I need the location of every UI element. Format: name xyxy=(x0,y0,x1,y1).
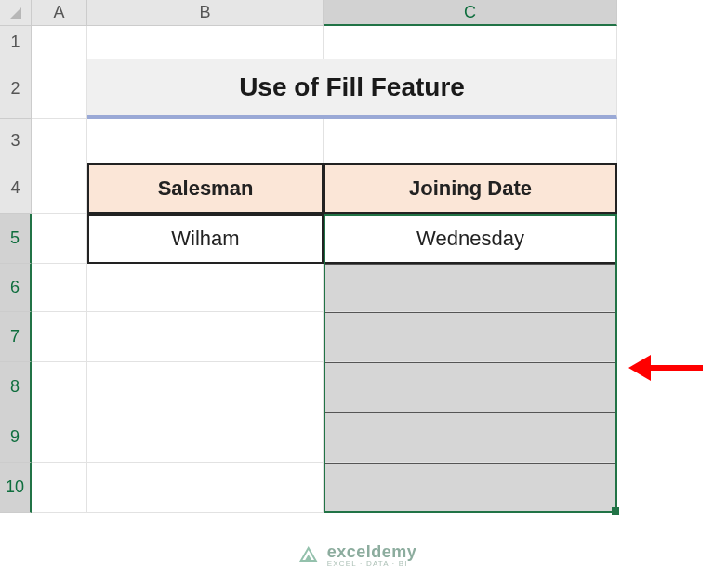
column-header-A[interactable]: A xyxy=(32,0,87,26)
watermark-sub: EXCEL · DATA · BI xyxy=(327,560,417,568)
row-header-4[interactable]: 4 xyxy=(0,163,32,214)
row-header-9[interactable]: 9 xyxy=(0,412,32,463)
cell-C6[interactable] xyxy=(324,264,617,312)
row-header-10[interactable]: 10 xyxy=(0,463,32,513)
row-header-1[interactable]: 1 xyxy=(0,26,32,59)
cell-B6[interactable] xyxy=(87,264,324,312)
cell-B9[interactable] xyxy=(87,412,324,463)
cell-B7[interactable] xyxy=(87,312,324,362)
cell-C9[interactable] xyxy=(324,412,617,463)
watermark: exceldemy EXCEL · DATA · BI xyxy=(298,543,417,568)
svg-marker-2 xyxy=(305,555,312,561)
row-headers: 1 2 3 4 5 6 7 8 9 10 xyxy=(0,26,32,513)
cell-grid: Use of Fill Feature Salesman Joining Dat… xyxy=(32,26,617,513)
row-header-6[interactable]: 6 xyxy=(0,264,32,312)
cell-A7[interactable] xyxy=(32,312,87,362)
title-cell[interactable]: Use of Fill Feature xyxy=(87,59,617,119)
column-header-C[interactable]: C xyxy=(324,0,617,26)
watermark-main: exceldemy xyxy=(327,543,417,560)
column-header-B[interactable]: B xyxy=(87,0,324,26)
select-all-corner[interactable] xyxy=(0,0,32,26)
cell-A9[interactable] xyxy=(32,412,87,463)
select-all-triangle-icon xyxy=(10,7,21,19)
cell-A3[interactable] xyxy=(32,119,87,163)
cell-C8[interactable] xyxy=(324,362,617,412)
cell-C1[interactable] xyxy=(324,26,617,59)
row-header-3[interactable]: 3 xyxy=(0,119,32,163)
cell-B10[interactable] xyxy=(87,463,324,513)
cell-A2[interactable] xyxy=(32,59,87,119)
watermark-logo-icon xyxy=(298,544,320,567)
cell-C10[interactable] xyxy=(324,463,617,513)
cell-B5-salesman[interactable]: Wilham xyxy=(87,214,324,264)
row-header-5[interactable]: 5 xyxy=(0,214,32,264)
cell-A6[interactable] xyxy=(32,264,87,312)
row-header-8[interactable]: 8 xyxy=(0,362,32,412)
svg-marker-0 xyxy=(10,7,21,19)
cell-C3[interactable] xyxy=(324,119,617,163)
cell-B3[interactable] xyxy=(87,119,324,163)
table-header-salesman[interactable]: Salesman xyxy=(87,163,324,214)
row-header-7[interactable]: 7 xyxy=(0,312,32,362)
cell-A1[interactable] xyxy=(32,26,87,59)
cell-A4[interactable] xyxy=(32,163,87,214)
table-header-joining-date[interactable]: Joining Date xyxy=(324,163,617,214)
cell-C5-joining-date[interactable]: Wednesday xyxy=(324,214,617,264)
cell-C7[interactable] xyxy=(324,312,617,362)
column-headers: A B C xyxy=(32,0,617,26)
cell-B8[interactable] xyxy=(87,362,324,412)
row-header-2[interactable]: 2 xyxy=(0,59,32,119)
cell-A10[interactable] xyxy=(32,463,87,513)
cell-A5[interactable] xyxy=(32,214,87,264)
cell-A8[interactable] xyxy=(32,362,87,412)
spreadsheet: A B C 1 2 3 4 5 6 7 8 9 10 Use of Fill F… xyxy=(0,0,714,588)
cell-B1[interactable] xyxy=(87,26,324,59)
